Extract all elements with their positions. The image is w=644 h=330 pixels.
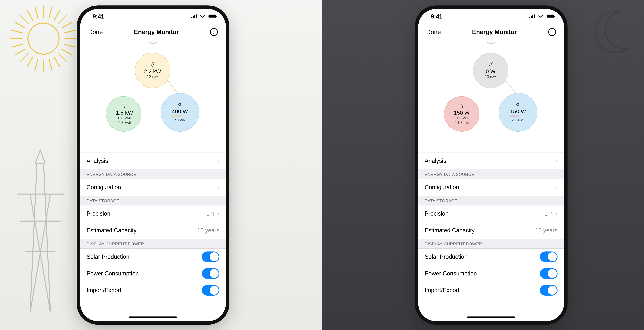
grid-power: -1.8 kW: [114, 110, 133, 116]
row-analysis[interactable]: Analysis ›: [418, 153, 564, 169]
toggle-solar-production[interactable]: [202, 252, 220, 262]
done-button[interactable]: Done: [88, 29, 103, 35]
toggle-import-export[interactable]: [540, 285, 558, 296]
grid-node[interactable]: -1.8 kW ↓0.8 kWh ↑7.8 kWh: [106, 96, 141, 132]
svg-line-10: [58, 15, 67, 24]
page-title: Energy Monitor: [472, 29, 517, 35]
cellular-icon: [529, 13, 536, 20]
row-import-export: Import/Export: [80, 282, 226, 299]
svg-line-24: [12, 44, 23, 47]
svg-line-44: [151, 62, 152, 63]
page-title: Energy Monitor: [134, 29, 179, 35]
solar-power: 0 W: [486, 68, 496, 74]
svg-line-11: [62, 22, 72, 28]
status-time: 9:41: [431, 13, 442, 20]
section-data-storage: DATA STORAGE: [418, 196, 564, 205]
svg-line-8: [49, 6, 52, 18]
svg-line-28: [20, 15, 28, 24]
row-analysis[interactable]: Analysis ›: [80, 153, 226, 169]
svg-line-21: [27, 57, 33, 67]
toggle-solar-production[interactable]: [540, 252, 558, 262]
grid-export: 11.3: [455, 120, 463, 125]
grid-node[interactable]: 150 W ↓1.0 kWh ↑11.3 kWh: [444, 96, 480, 132]
home-node[interactable]: 400 W 5 kWh: [161, 93, 199, 132]
toggle-power-consumption[interactable]: [202, 268, 220, 279]
svg-line-45: [154, 65, 154, 66]
flow-grid-home: [480, 113, 499, 113]
row-power-consumption: Power Consumption: [80, 265, 226, 282]
toggle-import-export[interactable]: [202, 285, 220, 296]
pylon-icon: [6, 143, 74, 320]
svg-line-22: [20, 53, 28, 62]
battery-icon: [546, 13, 555, 20]
chevron-right-icon: ›: [217, 210, 220, 217]
chevron-right-icon: ›: [217, 158, 220, 164]
info-button[interactable]: i: [548, 28, 556, 36]
svg-rect-55: [532, 15, 534, 18]
solar-energy: 13: [485, 74, 489, 79]
solar-node[interactable]: 2.2 kW 12 kWh: [135, 53, 170, 88]
grid-export: 7.8: [118, 120, 123, 125]
row-import-export: Import/Export: [418, 282, 564, 299]
solar-power: 2.2 kW: [144, 68, 161, 74]
svg-point-57: [540, 17, 541, 18]
svg-point-6: [28, 23, 59, 54]
toggle-power-consumption[interactable]: [540, 268, 558, 279]
sun-small-icon: [150, 62, 155, 67]
section-energy-source: ENERGY DATA SOURCE: [80, 169, 226, 179]
chevron-right-icon: ›: [217, 184, 220, 191]
row-estimated-capacity: Estimated Capacity 10 years: [418, 222, 564, 239]
svg-line-30: [35, 6, 38, 18]
row-estimated-capacity: Estimated Capacity 10 years: [80, 222, 226, 239]
row-power-consumption: Power Consumption: [418, 265, 564, 282]
svg-rect-50: [179, 103, 181, 105]
sun-icon: [10, 5, 77, 72]
grid-power: 150 W: [454, 110, 470, 116]
moon-icon: [583, 6, 634, 58]
row-precision[interactable]: Precision 1 h›: [418, 205, 564, 222]
home-energy: 5: [175, 118, 177, 122]
sun-small-icon: [488, 62, 493, 67]
row-configuration[interactable]: Configuration ›: [418, 179, 564, 196]
svg-rect-53: [529, 17, 530, 18]
info-button[interactable]: i: [210, 28, 218, 36]
section-energy-source: ENERGY DATA SOURCE: [418, 169, 564, 179]
grid-import: 1.0: [456, 116, 462, 120]
row-configuration[interactable]: Configuration ›: [80, 179, 226, 196]
svg-line-20: [35, 59, 38, 71]
svg-rect-38: [216, 16, 216, 17]
home-node[interactable]: 150 W 2.7 kWh: [499, 93, 538, 132]
home-power-bar: [171, 115, 189, 116]
home-indicator[interactable]: [467, 317, 515, 318]
battery-icon: [208, 13, 217, 20]
plug-icon: [515, 102, 521, 107]
row-precision[interactable]: Precision 1 h›: [80, 205, 226, 222]
svg-line-23: [15, 49, 25, 55]
svg-rect-59: [546, 15, 553, 17]
home-indicator[interactable]: [129, 317, 177, 318]
svg-line-29: [27, 10, 33, 20]
svg-rect-54: [531, 16, 532, 18]
svg-line-66: [489, 62, 490, 63]
flow-grid-home: [142, 113, 161, 113]
svg-line-69: [492, 62, 492, 63]
svg-rect-72: [517, 103, 519, 105]
pull-handle-icon[interactable]: [80, 40, 226, 46]
pull-handle-icon[interactable]: [418, 40, 564, 46]
done-button[interactable]: Done: [426, 29, 441, 35]
home-power: 150 W: [510, 108, 526, 115]
energy-diagram: 2.2 kW 12 kWh -1.8 kW ↓0.8 kWh ↑7.8 kWh …: [80, 46, 226, 153]
svg-rect-31: [191, 17, 192, 18]
svg-line-16: [58, 53, 67, 62]
svg-rect-56: [534, 14, 535, 18]
row-solar-production: Solar Production: [418, 249, 564, 265]
svg-line-68: [489, 65, 490, 66]
pylon-small-icon: [122, 103, 126, 109]
home-power: 400 W: [172, 108, 188, 115]
svg-line-27: [15, 22, 25, 28]
solar-node[interactable]: 0 W 13 kWh: [473, 53, 508, 88]
home-power-bar: [509, 115, 527, 116]
pylon-small-icon: [460, 103, 464, 109]
svg-line-12: [64, 30, 76, 33]
grid-import: 0.8: [118, 116, 123, 120]
